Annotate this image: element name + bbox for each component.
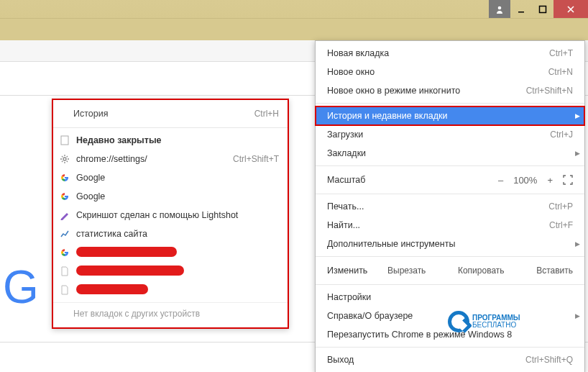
- menu-exit[interactable]: ВыходCtrl+Shift+Q: [316, 350, 584, 369]
- submenu-footer: Нет вкладок с других устройств: [53, 302, 288, 325]
- menu-edit: Изменить Вырезать Копировать Вставить: [316, 260, 584, 281]
- menu-new-window[interactable]: Новое окноCtrl+N: [316, 63, 584, 81]
- submenu-item-redacted-3[interactable]: [53, 281, 288, 299]
- history-submenu: История Ctrl+H Недавно закрытые chrome:/…: [52, 99, 289, 329]
- google-favicon-icon: [59, 247, 70, 258]
- edit-copy-button[interactable]: Копировать: [458, 266, 505, 276]
- stats-icon: [59, 228, 70, 240]
- menu-print[interactable]: Печать...Ctrl+P: [316, 197, 584, 216]
- gear-icon: [59, 153, 70, 165]
- menu-relaunch-win8[interactable]: Перезапустить Chrome в режиме Windows 8: [316, 325, 584, 344]
- menu-find[interactable]: Найти...Ctrl+F: [316, 216, 584, 235]
- svg-point-8: [63, 158, 66, 160]
- svg-rect-1: [518, 12, 524, 13]
- submenu-item-redacted-2[interactable]: [53, 262, 288, 281]
- menu-downloads[interactable]: ЗагрузкиCtrl+J: [316, 125, 584, 144]
- page-icon: [59, 135, 70, 146]
- minimize-button[interactable]: [510, 0, 532, 18]
- submenu-item-lightshot[interactable]: Скриншот сделан с помощью Lightshot: [53, 206, 288, 224]
- zoom-in-button[interactable]: +: [547, 175, 553, 186]
- submenu-item-stats[interactable]: статистика сайта: [53, 224, 288, 243]
- edit-cut-button[interactable]: Вырезать: [387, 266, 426, 276]
- google-favicon-icon: [59, 191, 70, 202]
- chevron-right-icon: ▶: [575, 240, 580, 248]
- menu-bookmarks[interactable]: Закладки▶: [316, 144, 584, 163]
- window-titlebar: [0, 0, 588, 19]
- menu-about[interactable]: Справка/О браузере▶ ПРОГРАММЫБЕСПЛАТНО: [316, 307, 584, 325]
- svg-rect-7: [61, 136, 68, 145]
- fullscreen-icon[interactable]: [563, 175, 573, 185]
- svg-point-0: [498, 6, 502, 9]
- menu-settings[interactable]: Настройки: [316, 288, 584, 307]
- user-icon[interactable]: [489, 0, 510, 18]
- submenu-item-redacted-1[interactable]: [53, 243, 288, 262]
- tab-strip: [0, 19, 588, 40]
- maximize-button[interactable]: [532, 0, 553, 18]
- menu-new-tab[interactable]: Новая вкладкаCtrl+T: [316, 44, 584, 63]
- google-favicon-icon: [59, 172, 70, 183]
- submenu-item-settings[interactable]: chrome://settings/ Ctrl+Shift+T: [53, 150, 288, 168]
- chevron-right-icon: ▶: [575, 150, 580, 157]
- submenu-item-google-1[interactable]: Google: [53, 168, 288, 187]
- menu-incognito[interactable]: Новое окно в режиме инкогнитоCtrl+Shift+…: [316, 81, 584, 100]
- main-menu: Новая вкладкаCtrl+T Новое окноCtrl+N Нов…: [315, 40, 585, 372]
- edit-paste-button[interactable]: Вставить: [536, 266, 573, 276]
- submenu-recently-closed[interactable]: Недавно закрытые: [53, 131, 288, 150]
- submenu-history-header[interactable]: История Ctrl+H: [53, 103, 288, 124]
- close-button[interactable]: [553, 0, 588, 18]
- document-icon: [59, 284, 70, 296]
- chevron-right-icon: ▶: [575, 112, 580, 119]
- google-logo: G: [3, 260, 39, 314]
- document-icon: [59, 266, 70, 277]
- submenu-item-google-2[interactable]: Google: [53, 187, 288, 206]
- zoom-value: 100%: [513, 175, 537, 186]
- chevron-right-icon: ▶: [575, 312, 580, 319]
- svg-rect-2: [540, 6, 546, 12]
- menu-more-tools[interactable]: Дополнительные инструменты▶: [316, 235, 584, 253]
- zoom-out-button[interactable]: –: [498, 175, 503, 186]
- pencil-icon: [59, 209, 70, 221]
- menu-zoom: Масштаб – 100% +: [316, 169, 584, 191]
- menu-history[interactable]: История и недавние вкладки▶: [316, 106, 584, 125]
